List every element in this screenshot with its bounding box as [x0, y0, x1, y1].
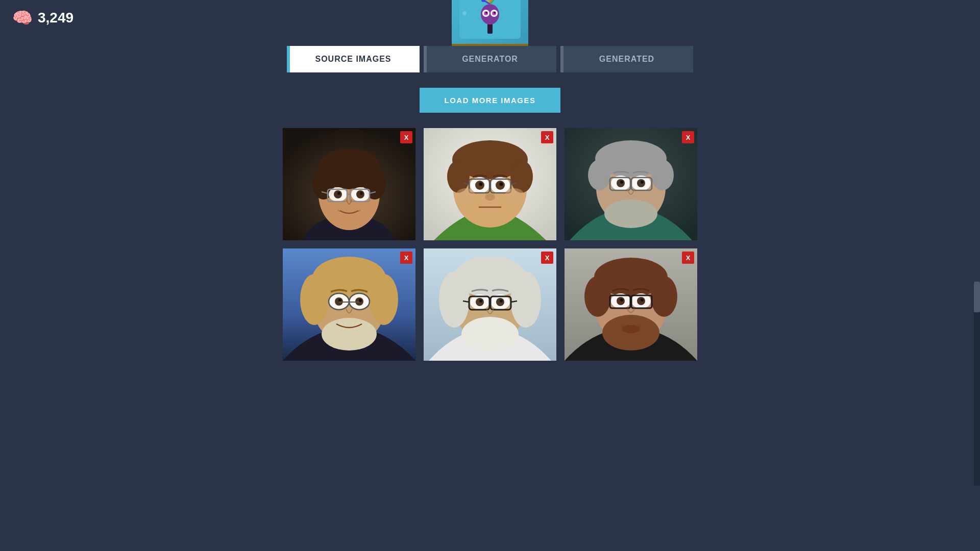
header: 🧠 3,249 — [0, 0, 980, 36]
image-card-1: X — [283, 128, 415, 240]
images-grid: X — [0, 128, 980, 361]
svg-point-48 — [479, 183, 483, 186]
svg-point-104 — [500, 299, 503, 303]
logo-image — [452, 0, 528, 44]
image-card-5: X — [424, 248, 556, 361]
portrait-5 — [424, 248, 556, 361]
svg-point-79 — [370, 274, 398, 325]
portrait-3 — [565, 128, 697, 240]
remove-button-1[interactable]: X — [400, 131, 412, 143]
brain-icon: 🧠 — [12, 8, 33, 28]
svg-point-62 — [588, 160, 610, 190]
svg-point-57 — [505, 188, 524, 201]
svg-point-122 — [641, 298, 644, 302]
svg-point-69 — [620, 181, 623, 184]
svg-point-19 — [462, 11, 467, 15]
load-more-button[interactable]: LOAD MORE IMAGES — [420, 88, 560, 113]
remove-button-2[interactable]: X — [541, 131, 553, 143]
svg-point-103 — [479, 299, 482, 303]
svg-point-98 — [461, 317, 519, 352]
image-card-6: X — [565, 248, 697, 361]
svg-point-7 — [485, 12, 487, 14]
tab-source-images[interactable]: SOURCE IMAGES — [287, 46, 420, 72]
svg-point-42 — [447, 160, 470, 193]
image-card-2: X — [424, 128, 556, 240]
remove-button-4[interactable]: X — [400, 252, 412, 264]
svg-point-56 — [456, 188, 475, 201]
remove-button-5[interactable]: X — [541, 252, 553, 264]
remove-button-6[interactable]: X — [682, 252, 694, 264]
svg-point-115 — [651, 276, 677, 317]
image-card-3: X — [565, 128, 697, 240]
svg-point-121 — [620, 298, 623, 302]
svg-point-80 — [322, 318, 377, 350]
load-more-area: LOAD MORE IMAGES — [0, 88, 980, 113]
image-card-4: X — [283, 248, 415, 361]
svg-point-114 — [584, 276, 611, 317]
portrait-4 — [283, 248, 415, 361]
scroll-thumb[interactable] — [974, 282, 980, 312]
svg-point-78 — [300, 274, 329, 325]
svg-point-32 — [360, 192, 363, 195]
svg-point-49 — [500, 183, 503, 186]
svg-point-31 — [337, 192, 340, 195]
svg-point-55 — [485, 193, 495, 201]
svg-point-70 — [641, 181, 644, 184]
remove-button-3[interactable]: X — [682, 131, 694, 143]
svg-point-43 — [510, 160, 533, 193]
logo-creature-svg — [459, 0, 521, 39]
score-area: 🧠 3,249 — [12, 8, 74, 28]
svg-point-64 — [604, 199, 657, 228]
svg-point-96 — [439, 271, 470, 328]
scrollbar[interactable] — [974, 282, 980, 486]
main-content: LOAD MORE IMAGES — [0, 88, 980, 361]
portrait-1 — [283, 128, 415, 240]
svg-point-97 — [510, 271, 541, 328]
tabs-area: SOURCE IMAGES GENERATOR GENERATED — [0, 46, 980, 72]
portrait-6 — [565, 248, 697, 361]
portrait-2 — [424, 128, 556, 240]
svg-point-63 — [651, 160, 674, 190]
svg-point-126 — [622, 325, 640, 333]
tab-generator[interactable]: GENERATOR — [424, 46, 556, 72]
score-value: 3,249 — [38, 10, 74, 26]
tab-generated[interactable]: GENERATED — [560, 46, 693, 72]
svg-point-8 — [494, 12, 496, 14]
